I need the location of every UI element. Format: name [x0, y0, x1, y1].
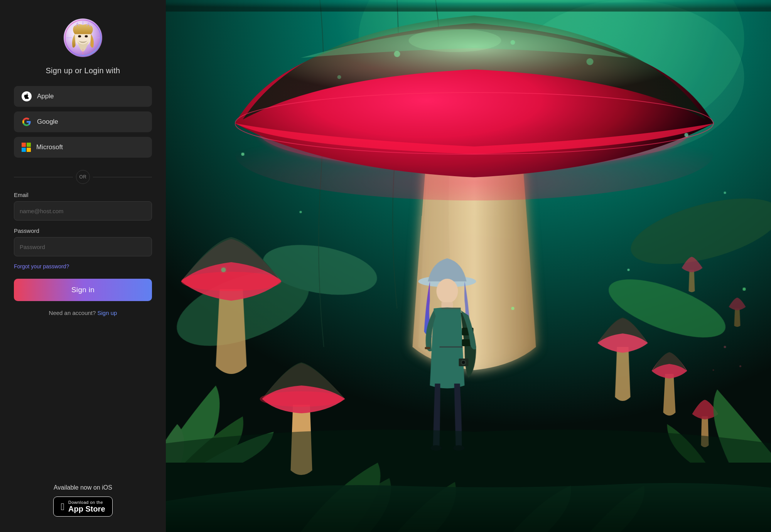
left-panel: Sign up or Login with Apple Google	[0, 0, 166, 532]
microsoft-icon	[22, 143, 31, 152]
signup-link[interactable]: Sign up	[98, 310, 117, 316]
svg-point-37	[241, 153, 245, 156]
svg-point-45	[724, 346, 726, 348]
sign-in-button[interactable]: Sign in	[14, 279, 152, 301]
microsoft-login-button[interactable]: Microsoft	[14, 137, 152, 158]
svg-point-22	[181, 272, 282, 291]
fantasy-scene	[166, 0, 771, 532]
apple-login-button[interactable]: Apple	[14, 86, 152, 107]
google-btn-label: Google	[37, 118, 58, 126]
svg-point-17	[394, 51, 400, 57]
svg-point-42	[628, 269, 630, 271]
or-circle: OR	[76, 170, 90, 184]
or-line-right	[93, 177, 152, 177]
need-account-text: Need an account? Sign up	[49, 310, 117, 316]
svg-point-19	[587, 58, 594, 65]
forgot-password-link[interactable]: Forgot your password?	[14, 263, 152, 269]
app-store-label: App Store	[68, 505, 105, 513]
microsoft-btn-label: Microsoft	[36, 143, 63, 151]
sign-up-heading: Sign up or Login with	[46, 66, 120, 75]
or-line-left	[14, 177, 73, 177]
app-logo	[64, 19, 102, 57]
svg-point-39	[685, 133, 688, 137]
ios-section: Available now on iOS  Download on the A…	[53, 484, 112, 517]
password-input[interactable]	[14, 237, 152, 256]
right-panel	[166, 0, 771, 532]
available-ios-text: Available now on iOS	[54, 484, 112, 491]
need-account-label: Need an account?	[49, 310, 96, 316]
svg-point-46	[739, 365, 741, 367]
svg-point-47	[713, 369, 714, 371]
svg-point-41	[511, 307, 515, 310]
app-store-button[interactable]:  Download on the App Store	[53, 497, 112, 517]
or-divider: OR	[14, 170, 152, 184]
svg-point-40	[724, 192, 726, 194]
svg-point-43	[221, 268, 226, 272]
google-login-button[interactable]: Google	[14, 111, 152, 132]
svg-point-18	[511, 40, 515, 45]
svg-point-20	[337, 75, 341, 79]
download-on-label: Download on the	[68, 500, 105, 505]
apple-btn-label: Apple	[37, 93, 54, 100]
password-label: Password	[14, 227, 152, 234]
svg-point-44	[743, 288, 746, 291]
app-store-text-block: Download on the App Store	[68, 500, 105, 513]
svg-point-3	[85, 35, 88, 37]
svg-point-38	[300, 211, 302, 213]
email-label: Email	[14, 192, 152, 198]
svg-point-16	[409, 29, 501, 52]
svg-rect-34	[425, 347, 430, 349]
app-store-apple-icon: 	[61, 502, 64, 512]
svg-point-23	[260, 391, 343, 407]
google-icon	[22, 117, 32, 127]
apple-icon	[22, 91, 32, 101]
svg-point-31	[462, 361, 465, 364]
email-input[interactable]	[14, 201, 152, 221]
svg-point-25	[437, 279, 458, 303]
svg-point-21	[235, 108, 714, 200]
svg-point-2	[78, 35, 81, 37]
svg-rect-48	[166, 0, 771, 12]
